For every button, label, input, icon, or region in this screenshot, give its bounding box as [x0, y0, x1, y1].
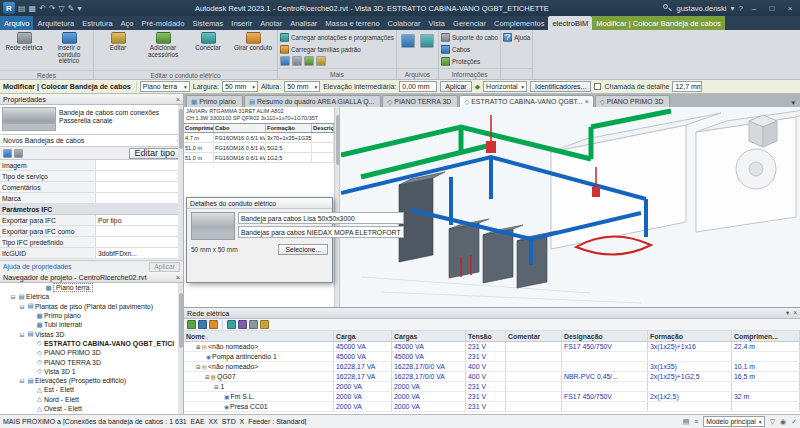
- view-cube[interactable]: [749, 115, 777, 147]
- ribbon-tab[interactable]: Pré-moldado: [138, 16, 189, 30]
- expand-icon[interactable]: ⊟: [18, 377, 26, 384]
- browser-tree-item[interactable]: ◇ PIANO TERRA 3D: [0, 357, 178, 366]
- rede-table-row[interactable]: ▣ Fm S.L. 2000 VA 2000 VA 231 V FS17 450…: [184, 392, 800, 402]
- help-icon[interactable]: ?: [739, 4, 743, 13]
- protecoes-button[interactable]: Proteções: [441, 55, 480, 67]
- calc-icon[interactable]: [227, 320, 236, 329]
- filter-icon[interactable]: [260, 320, 269, 329]
- ribbon-tab[interactable]: Sistemas: [188, 16, 227, 30]
- property-row[interactable]: Exportar para IFC Por tipo: [0, 215, 183, 226]
- property-row[interactable]: Tipo de serviço: [0, 171, 183, 182]
- revit-logo-icon[interactable]: R: [3, 2, 15, 14]
- expand-icon[interactable]: ⊟: [205, 374, 210, 380]
- filter-icon[interactable]: [3, 149, 12, 158]
- rede-table-row[interactable]: ⊟ 1 2000 VA 2000 VA 231 V: [184, 382, 800, 392]
- ribbon-tab[interactable]: Vista: [425, 16, 450, 30]
- ribbon-tab[interactable]: electroBIM: [548, 16, 592, 30]
- cabos-button[interactable]: Cabos: [441, 43, 470, 55]
- view-tab[interactable]: ▤ Resumo do quadro AREA GIALLA Q...: [244, 95, 381, 107]
- report-icon[interactable]: [238, 320, 247, 329]
- girar-conduto-button[interactable]: Girar conduto: [231, 31, 275, 69]
- rede-pin-icon[interactable]: ▾: [786, 309, 789, 317]
- design-options-icon[interactable]: ≡: [694, 418, 698, 425]
- rede-table-row[interactable]: ◉ Presa CC01 2000 VA 2000 VA 231 V: [184, 402, 800, 412]
- ribbon-tab[interactable]: Analisar: [286, 16, 321, 30]
- ribbon-tab[interactable]: Gerenciar: [449, 16, 490, 30]
- type-selector[interactable]: Novos Bandejas de cabos▾: [0, 135, 183, 147]
- rede-table-row[interactable]: ⊟ ▤ <não nomeado> 16228,17 VA 16228,17/0…: [184, 362, 800, 372]
- arquivo-16-icon[interactable]: [401, 34, 415, 48]
- schedule-row[interactable]: 51,0 m FG16OM16 0,6/1 kV 1G2,5: [184, 153, 334, 163]
- conduit-details-dialog[interactable]: Detalhes do conduto elétrico Bandeja par…: [186, 197, 333, 283]
- rede-table-row[interactable]: ⊞ ▤ <não nomeado> 45000 VA 45000 VA 231 …: [184, 342, 800, 352]
- view-tab[interactable]: ▦ Primo piano: [186, 95, 243, 107]
- redo-icon[interactable]: ↷: [49, 4, 56, 13]
- rede-close-icon[interactable]: ×: [793, 309, 797, 317]
- search-icon[interactable]: [662, 3, 672, 13]
- edit-type-button[interactable]: Editar tipo: [129, 148, 180, 159]
- browser-tree-item[interactable]: △ Ovest - Elett: [0, 404, 178, 413]
- design-option-select[interactable]: Modelo principal▾: [703, 416, 764, 427]
- properties-help-link[interactable]: Ajuda de propriedades: [3, 263, 71, 270]
- account-dropdown-icon[interactable]: ▾: [731, 4, 735, 13]
- electrical-cabinet[interactable]: [483, 229, 513, 283]
- browser-tree-item[interactable]: ⊟ ▤ Elétrica: [0, 292, 178, 301]
- select-filter-icon[interactable]: ✓: [791, 418, 797, 426]
- view-tab[interactable]: ◇ ESTRATTO CABINA-VANO QGBT... ×: [459, 95, 594, 107]
- browser-tree-item[interactable]: ◇ ESTRATTO CABINA-VANO QGBT_ETICI: [0, 339, 178, 348]
- expand-icon[interactable]: ⊟: [9, 293, 17, 300]
- rede-eletrica-button[interactable]: Rede elétrica: [2, 31, 46, 69]
- close-button[interactable]: ×: [783, 4, 797, 13]
- largura-select[interactable]: 50 mm▾: [222, 81, 258, 92]
- ribbon-tab[interactable]: Colaborar: [384, 16, 425, 30]
- tool-sheet-icon[interactable]: [292, 56, 302, 66]
- inserir-conduto-button[interactable]: Inserir o conduto elétrico: [47, 31, 91, 69]
- orientation-select[interactable]: Horizontal▾: [483, 81, 527, 92]
- ribbon-tab[interactable]: Complementos: [490, 16, 548, 30]
- schedule-scrollbar[interactable]: [334, 107, 340, 307]
- selecione-button[interactable]: Selecione...: [278, 244, 328, 255]
- property-row[interactable]: Exportar para IFC como: [0, 226, 183, 237]
- worksets-icon[interactable]: ▤: [683, 418, 690, 426]
- browser-tree-item[interactable]: ◇ Vista 3D 1: [0, 367, 178, 376]
- property-row[interactable]: Tipo IFC predefinido: [0, 237, 183, 248]
- chamada-detalhe-checkbox[interactable]: [594, 83, 601, 90]
- suporte-cabo-button[interactable]: Suporte do cabo: [441, 31, 498, 43]
- property-row[interactable]: Imagem: [0, 160, 183, 171]
- editable-only-icon[interactable]: ◉: [780, 418, 786, 426]
- settings-icon[interactable]: [249, 320, 258, 329]
- tray-type-field[interactable]: Bandeja para cabos Lisa 50x50x3000: [238, 212, 404, 224]
- altura-select[interactable]: 50 mm▾: [284, 81, 320, 92]
- browser-tree-item[interactable]: ⊟ ▤ Elevações (Prospetto edificio): [0, 376, 178, 385]
- type-preview[interactable]: Bandeja de cabos com conexões Passerella…: [0, 105, 183, 135]
- browser-scrollbar[interactable]: [178, 283, 183, 414]
- rede-table-row[interactable]: ◉ Pompa antincendio 1 45000 VA 45000 VA …: [184, 352, 800, 362]
- ribbon-tab[interactable]: Anotar: [256, 16, 286, 30]
- exclude-options-icon[interactable]: ▽: [770, 418, 775, 426]
- browser-tree-item[interactable]: ⊟ ▤ Vistas 3D: [0, 329, 178, 338]
- browser-tree-item[interactable]: △ Nord - Elett: [0, 395, 178, 404]
- tab-list-icon[interactable]: ▾: [788, 99, 798, 107]
- property-row[interactable]: Marca: [0, 193, 183, 204]
- offset-input[interactable]: 12,7 mm: [672, 81, 702, 92]
- tool-update-icon[interactable]: [304, 56, 314, 66]
- ribbon-tab[interactable]: Arquitetura: [33, 16, 78, 30]
- panel-tree-icon[interactable]: [198, 320, 207, 329]
- undo-icon[interactable]: ↶: [39, 4, 46, 13]
- view-tab[interactable]: ◇ PIANO TERRA 3D: [382, 95, 458, 107]
- property-row[interactable]: IfcGUID 3dobfFDxn...: [0, 248, 183, 259]
- schedule-row[interactable]: 4,7 m FG16OM16 0,6/1 kV 3x70+1x35+1G35: [184, 133, 334, 143]
- save-icon[interactable]: ▦: [29, 4, 37, 13]
- ajuda-button[interactable]: ? Ajuda: [503, 31, 530, 43]
- hanging-device[interactable]: [592, 187, 600, 197]
- identificadores-button[interactable]: Identificadores...: [530, 81, 591, 92]
- browser-tree-item[interactable]: ⊟ ▤ Plantas de piso (Planta del paviment…: [0, 302, 178, 311]
- conectar-button[interactable]: Conectar: [186, 31, 230, 69]
- ribbon-tab[interactable]: Inserir: [227, 16, 256, 30]
- tool-export-icon[interactable]: [316, 56, 326, 66]
- adicionar-acessorios-button[interactable]: Adicionar acessórios: [141, 31, 185, 69]
- electrical-cabinet[interactable]: [449, 223, 479, 278]
- properties-scrollbar[interactable]: [178, 105, 183, 260]
- browser-tree-item[interactable]: ▦ Piano terra: [0, 283, 178, 292]
- tab-close-icon[interactable]: ×: [585, 98, 589, 105]
